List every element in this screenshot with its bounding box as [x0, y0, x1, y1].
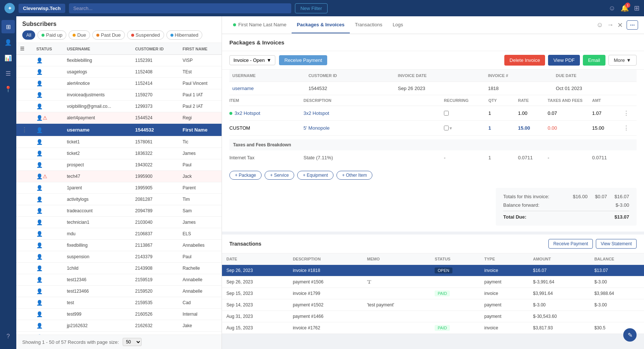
table-row-selected[interactable]: ⋮ 👤 username 1544532 First Name — [16, 124, 222, 136]
table-row[interactable]: 👤 tradeaccount 2094789 Sam — [16, 205, 222, 217]
totals-box: Totals for this invoice: $16.00 $0.07 $1… — [496, 188, 637, 226]
username-cell: 1child — [63, 263, 131, 274]
table-row[interactable]: 👤 flexiblebilling 1152391 VISP — [16, 55, 222, 66]
close-tab-button[interactable]: ✕ — [617, 21, 623, 29]
notifications-button[interactable]: 🔔 1 — [621, 4, 629, 12]
transaction-row[interactable]: Sep 14, 2023 payment #1502 'test payment… — [222, 299, 644, 311]
table-row[interactable]: 👤 demo 2165768 Jim — [16, 332, 222, 335]
page-size-select[interactable]: 50 100 — [123, 338, 142, 346]
delete-invoice-button[interactable]: Delete Invoice — [504, 55, 545, 66]
table-row[interactable]: 👤 ticket2 1836322 James — [16, 148, 222, 159]
line-item-amt: 1.07 — [592, 110, 622, 116]
add-package-button[interactable]: + Package — [229, 171, 262, 180]
table-row[interactable]: 👤 prospect 1943022 Paul — [16, 159, 222, 171]
line-item-menu-button[interactable]: ⋮ — [622, 124, 631, 132]
line-item-menu-button[interactable]: ⋮ — [622, 110, 631, 117]
filter-tab-due[interactable]: Due — [69, 30, 90, 40]
customer-id-cell: 1159270 — [132, 89, 179, 101]
table-row[interactable]: 👤 activitylogs 2081287 Tim — [16, 194, 222, 205]
table-row[interactable]: 👤 alert4notice 1152414 Paul Vincent — [16, 78, 222, 89]
transactions-receive-payment-button[interactable]: Receive Payment — [548, 239, 593, 249]
table-row[interactable]: 👤 jp2162632 2162632 Jake — [16, 320, 222, 332]
table-row[interactable]: 👤 fixedbilling 2113867 Annabelles — [16, 240, 222, 251]
table-row[interactable]: 👤 1parent 1995905 Parent — [16, 182, 222, 194]
transaction-row-selected[interactable]: Sep 26, 2023 invoice #1818 OPEN invoice … — [222, 265, 644, 276]
table-row[interactable]: 👤 test999 2160526 Internal — [16, 309, 222, 320]
add-other-item-button[interactable]: + Other Item — [336, 171, 372, 180]
table-row[interactable]: 👤 test12346 2159519 Annabelle — [16, 274, 222, 286]
tax-name: Internet Tax — [229, 155, 303, 160]
invoice-status-dropdown[interactable]: Invoice - Open ▼ — [229, 55, 275, 65]
transaction-row[interactable]: Sep 15, 2023 invoice #1799 PAID invoice … — [222, 288, 644, 299]
table-row[interactable]: 👤 technician1 2103040 James — [16, 217, 222, 228]
table-row[interactable]: 👤 voipbilling@gmail.co... 1299373 Paul 2… — [16, 101, 222, 112]
row-menu-button[interactable]: ⋮ — [20, 126, 29, 133]
emoji-icon[interactable]: ☺ — [609, 4, 615, 12]
filter-tab-hibernated[interactable]: Hibernated — [166, 30, 203, 40]
dropdown-arrow-icon: ▼ — [449, 126, 453, 130]
sidebar-item-chart[interactable]: 📊 — [1, 51, 15, 64]
tab-logs[interactable]: Logs — [388, 17, 408, 33]
past-due-dot — [96, 34, 99, 37]
more-button[interactable]: More ▼ — [608, 55, 637, 66]
filter-tab-past-due[interactable]: Past Due — [92, 30, 125, 40]
line-item-rate: 15.00 — [518, 125, 548, 131]
filter-tab-suspended[interactable]: Suspended — [127, 30, 164, 40]
add-service-button[interactable]: + Service — [265, 171, 294, 180]
chat-bubble-button[interactable]: ✎ — [623, 328, 637, 342]
tab-transactions[interactable]: Transactions — [350, 17, 388, 33]
emoji-tab-button[interactable]: ☺ — [597, 21, 603, 29]
line-item-qty: 1 — [488, 110, 518, 116]
table-row[interactable]: 👤 ticket1 1578061 Tic — [16, 136, 222, 148]
table-row[interactable]: 👤 1child 2143908 Rachelle — [16, 263, 222, 274]
line-item-recurring — [444, 111, 488, 116]
three-dots-menu[interactable]: ⋯ — [627, 20, 638, 30]
sidebar-item-list[interactable]: ☰ — [1, 67, 15, 80]
username-cell: invoiceadjustments — [63, 89, 131, 101]
view-pdf-button[interactable]: View PDF — [548, 55, 580, 66]
sidebar-item-users[interactable]: 👤 — [1, 36, 15, 49]
table-row[interactable]: 👤⚠ tech47 1995900 Jack — [16, 171, 222, 182]
filter-tab-all[interactable]: All — [22, 30, 35, 40]
col-username: Username — [63, 43, 131, 55]
email-button[interactable]: Email — [583, 55, 605, 66]
status-icon: 👤⚠ — [36, 115, 47, 121]
sidebar-item-help[interactable]: ? — [1, 330, 15, 343]
tab-packages[interactable]: Packages & Invoices — [292, 17, 350, 33]
table-row[interactable]: 👤 usagelogs 1152408 TEst — [16, 66, 222, 78]
transaction-row[interactable]: Aug 31, 2023 payment #1466 payment $-30,… — [222, 311, 644, 322]
line-item-description[interactable]: 3x2 Hotspot — [303, 110, 444, 116]
tax-section: Taxes and Fees Breakdown Internet Tax St… — [222, 136, 644, 166]
table-row[interactable]: 👤 invoiceadjustments 1159270 Paul 1 IAT — [16, 89, 222, 101]
col-first-name: First Name — [179, 43, 222, 55]
transaction-row[interactable]: Sep 26, 2023 payment #1506 '1' payment $… — [222, 276, 644, 288]
tab-customer[interactable]: First Name Last Name — [228, 17, 292, 33]
customer-id-cell: 2106837 — [132, 228, 179, 240]
totals-amounts: $16.00 $0.07 $16.07 — [573, 194, 629, 199]
sidebar-item-home[interactable]: ⊞ — [1, 20, 15, 33]
forward-tab-button[interactable]: → — [607, 21, 614, 29]
recurring-checkbox[interactable] — [444, 111, 449, 116]
customer-id-cell: 1544524 — [132, 112, 179, 124]
receive-payment-button[interactable]: Receive Payment — [279, 55, 327, 65]
recurring-checkbox[interactable] — [444, 126, 449, 130]
line-item-name[interactable]: 3x2 Hotspot — [229, 110, 303, 116]
table-row[interactable]: 👤 suspension 2143379 Paul — [16, 251, 222, 263]
add-equipment-button[interactable]: + Equipment — [297, 171, 333, 180]
filter-tab-paid[interactable]: Paid up — [37, 30, 66, 40]
new-filter-button[interactable]: New Filter — [295, 3, 328, 13]
table-row[interactable]: 👤⚠ alert4payment 1544524 Regi — [16, 112, 222, 124]
sidebar-item-map[interactable]: 📍 — [1, 82, 15, 96]
table-row[interactable]: 👤 mdu 2106837 ELS — [16, 228, 222, 240]
table-row[interactable]: 👤 test 2159535 Cad — [16, 297, 222, 309]
col-menu-icon[interactable]: ☰ — [20, 46, 24, 51]
search-input[interactable] — [69, 3, 291, 13]
invoice-username-link[interactable]: username — [232, 86, 254, 91]
line-item-description[interactable]: 5' Monopole — [303, 125, 444, 131]
first-name-cell: Internal — [179, 309, 222, 320]
grid-icon[interactable]: ⊞ — [634, 4, 640, 12]
view-statement-button[interactable]: View Statement — [596, 239, 637, 249]
username-cell: fixedbilling — [63, 240, 131, 251]
transaction-row[interactable]: Aug 15, 2023 invoice #1762 PAID invoice … — [222, 322, 644, 334]
table-row[interactable]: 👤 test123466 2159520 Annabelle — [16, 286, 222, 297]
